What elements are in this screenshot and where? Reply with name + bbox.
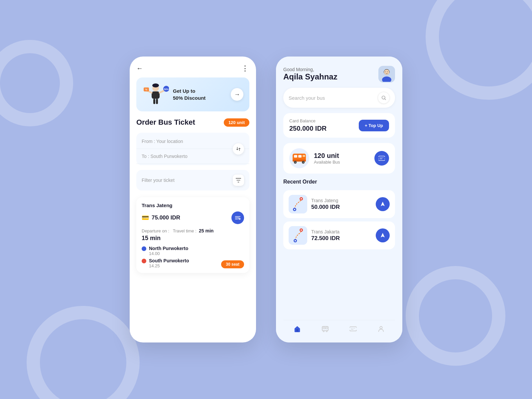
bus-nav-icon (322, 326, 329, 334)
svg-point-50 (323, 331, 325, 332)
topup-button[interactable]: + Top Up (359, 120, 389, 131)
svg-point-16 (384, 69, 389, 75)
stops-row: North Purwokerto 14.00 South Purwokerto … (142, 246, 244, 268)
stop-item-1: North Purwokerto 14.00 (142, 246, 244, 256)
ticket-nav-icon (349, 326, 357, 334)
svg-point-53 (349, 328, 350, 329)
profile-nav-icon (377, 326, 385, 334)
svg-rect-52 (350, 327, 356, 331)
swap-button[interactable] (233, 143, 244, 155)
stop2-name: South Purwokerto (149, 258, 218, 263)
nav-profile[interactable] (374, 324, 388, 335)
ticket-price-icon: 💳 (142, 214, 149, 221)
svg-rect-9 (153, 99, 155, 104)
seat-badge: 30 seat (221, 260, 244, 268)
svg-rect-48 (323, 327, 325, 329)
svg-rect-49 (326, 327, 327, 329)
recent-order-label: Recent Order (283, 179, 395, 185)
greeting-subtitle: Good Morning, (283, 67, 337, 72)
user-avatar[interactable] (378, 66, 395, 82)
promo-arrow-button[interactable]: → (231, 88, 243, 101)
search-bar[interactable]: Search your bus (283, 88, 395, 108)
search-button[interactable] (378, 92, 390, 104)
balance-card: Card Balance 250.000 IDR + Top Up (283, 113, 395, 138)
bg-circle-3 (27, 306, 140, 399)
book-ticket-button[interactable] (231, 211, 244, 224)
unit-badge: 120 unit (224, 118, 249, 127)
stop2-time: 14.25 (149, 263, 218, 268)
bg-circle-1 (426, 0, 532, 100)
svg-point-28 (303, 162, 304, 163)
svg-point-51 (326, 331, 328, 332)
more-menu-button[interactable]: ⋮ (241, 65, 249, 72)
balance-amount: 250.000 IDR (289, 125, 327, 132)
svg-point-1 (152, 83, 159, 87)
svg-point-39 (301, 198, 302, 200)
bottom-nav (283, 320, 395, 337)
ticket-times: Departure on : Travel time : 25 min (142, 228, 244, 233)
svg-rect-42 (289, 226, 307, 245)
ticket-price-row: 💳 75.000 IDR (142, 211, 244, 224)
balance-info: Card Balance 250.000 IDR (289, 118, 327, 132)
promo-illustration: % 50% (142, 83, 169, 106)
order-card-1-left: Trans Jateng 50.000 IDR (289, 195, 340, 213)
order-navigate-button-1[interactable] (376, 197, 390, 211)
to-label: To : South Purwokerto (142, 154, 188, 159)
svg-rect-30 (379, 156, 385, 160)
order-info-2: Trans Jakarta 72.500 IDR (311, 229, 340, 242)
promo-subtitle: 50% Discount (173, 94, 227, 101)
ticket-card: Trans Jateng 💳 75.000 IDR (136, 197, 249, 273)
stop-dot-red (142, 259, 146, 263)
to-field[interactable]: To : South Purwokerto (136, 149, 249, 164)
bus-icon-circle (289, 148, 309, 168)
stop1-time: 14.00 (149, 251, 244, 256)
ticket-company: Trans Jateng (142, 202, 244, 208)
back-button[interactable]: ← (136, 65, 143, 72)
svg-point-59 (380, 327, 382, 329)
stop1-name: North Purwokerto (149, 246, 244, 251)
nav-home[interactable] (290, 324, 304, 335)
bg-circle-4 (0, 40, 73, 126)
left-header: ← ⋮ (136, 65, 249, 72)
order-company-1: Trans Jateng (311, 198, 340, 203)
nav-ticket[interactable] (346, 324, 360, 335)
promo-title: Get Up to (173, 87, 227, 94)
from-label: From : Your location (142, 139, 183, 144)
promo-banner: % 50% Get Up to 50% Discount → (136, 77, 249, 111)
stop-item-2: South Purwokerto 14.25 30 seat (142, 258, 244, 268)
svg-point-19 (387, 71, 388, 72)
search-placeholder: Search your bus (289, 95, 325, 101)
filter-icon-button[interactable] (233, 175, 244, 186)
greeting-name: Aqila Syahnaz (283, 72, 337, 81)
svg-point-26 (295, 162, 296, 163)
home-icon (294, 326, 301, 334)
svg-rect-22 (294, 155, 297, 158)
filter-label: Filter your ticket (142, 178, 175, 183)
greeting-row: Good Morning, Aqila Syahnaz (283, 66, 395, 82)
svg-point-44 (301, 229, 302, 231)
svg-point-34 (384, 159, 385, 160)
svg-point-33 (384, 157, 385, 158)
svg-point-56 (356, 329, 357, 330)
bus-count: 120 unit (314, 152, 340, 160)
balance-label: Card Balance (289, 118, 327, 123)
bus-card-left: 120 unit Available Bus (289, 148, 340, 168)
ticket-round-button[interactable] (374, 151, 389, 166)
svg-rect-23 (298, 155, 302, 158)
svg-point-41 (294, 209, 295, 210)
from-to-section: From : Your location To : South Purwoker… (136, 133, 249, 165)
nav-bus[interactable] (318, 324, 332, 335)
ticket-duration: 15 min (142, 235, 244, 242)
svg-point-18 (385, 71, 386, 72)
svg-point-31 (378, 157, 379, 158)
bus-available-label: Available Bus (314, 160, 340, 165)
stop-dot-blue (142, 246, 146, 251)
order-navigate-button-2[interactable] (376, 228, 390, 242)
svg-rect-2 (152, 91, 160, 99)
filter-row[interactable]: Filter your ticket (136, 170, 249, 191)
svg-rect-37 (289, 195, 307, 213)
order-map-thumb-1 (289, 195, 307, 213)
svg-point-32 (378, 159, 379, 160)
order-title-row: Order Bus Ticket 120 unit (136, 118, 249, 127)
from-field[interactable]: From : Your location (136, 134, 249, 149)
